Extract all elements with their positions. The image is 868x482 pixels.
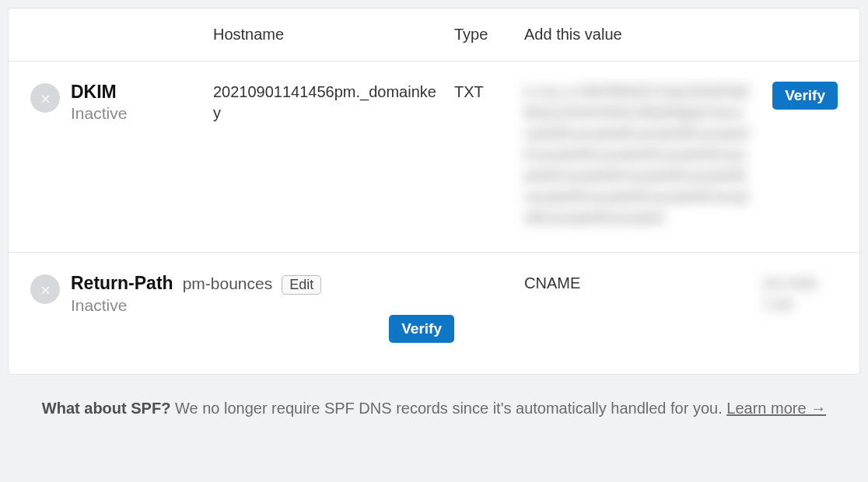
footer-text: We no longer require SPF DNS records sin… — [175, 400, 723, 417]
header-type: Type — [454, 24, 524, 45]
record-value: k=rsa; p=MIGfMA0GCSqGSIb3DQEBAQUAA4GNADC… — [524, 82, 764, 229]
record-status: Inactive — [71, 296, 321, 315]
record-row-dkim: DKIM Inactive 20210901141456pm._domainke… — [9, 61, 859, 253]
record-action: Verify — [764, 82, 838, 110]
record-value-redacted: pm.mtasv.net — [764, 273, 827, 315]
edit-button[interactable]: Edit — [282, 275, 321, 295]
record-title-text: DKIM Inactive — [71, 82, 127, 123]
record-title-block: Return-Path pm-bounces Edit Inactive — [30, 273, 524, 315]
header-value: Add this value — [524, 24, 764, 45]
status-inactive-icon — [30, 274, 60, 304]
record-row-returnpath: Return-Path pm-bounces Edit Inactive CNA… — [9, 253, 859, 374]
header-hostname: Hostname — [213, 24, 454, 45]
x-icon — [40, 93, 51, 104]
record-type: TXT — [454, 82, 524, 103]
record-type: CNAME — [524, 273, 764, 315]
record-value-redacted: k=rsa; p=MIGfMA0GCSqGSIb3DQEBAQUAA4GNADC… — [524, 82, 753, 229]
table-header: Hostname Type Add this value — [9, 9, 859, 61]
x-icon — [40, 284, 51, 295]
status-inactive-icon — [30, 83, 60, 113]
footer-bold: What about SPF? — [42, 400, 171, 417]
record-hostname: pm-bounces — [183, 274, 273, 293]
verify-button[interactable]: Verify — [389, 315, 454, 343]
record-hostname: 20210901141456pm._domainkey — [213, 82, 454, 124]
dns-records-card: Hostname Type Add this value DKIM Inacti… — [8, 8, 860, 375]
verify-button[interactable]: Verify — [772, 82, 838, 110]
record-title-block: DKIM Inactive — [30, 82, 213, 123]
record-action: Verify — [30, 315, 454, 343]
record-name: Return-Path — [71, 273, 173, 294]
record-value: pm.mtasv.net — [764, 273, 838, 315]
record-title-text: Return-Path pm-bounces Edit Inactive — [71, 273, 321, 315]
record-name: DKIM — [71, 82, 127, 103]
spf-footer-note: What about SPF? We no longer require SPF… — [8, 375, 860, 428]
record-status: Inactive — [71, 104, 127, 123]
learn-more-link[interactable]: Learn more → — [726, 400, 826, 417]
